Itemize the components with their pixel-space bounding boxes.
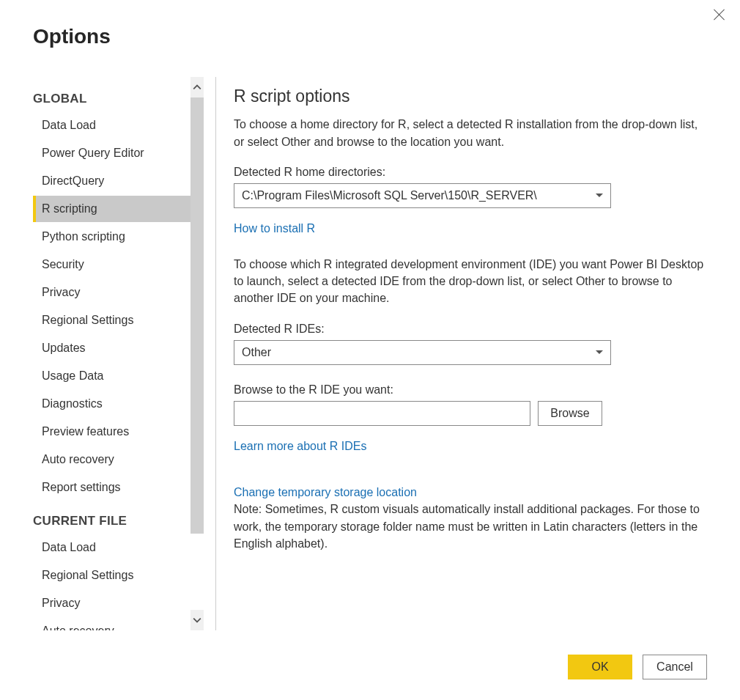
dialog-footer: OK Cancel: [568, 655, 707, 679]
sidebar-container: GLOBALData LoadPower Query EditorDirectQ…: [33, 77, 204, 630]
sidebar-item-auto-recovery[interactable]: Auto recovery: [33, 618, 190, 630]
browse-button[interactable]: Browse: [538, 401, 602, 426]
sidebar-item-auto-recovery[interactable]: Auto recovery: [33, 446, 190, 473]
sidebar-item-python-scripting[interactable]: Python scripting: [33, 224, 190, 250]
sidebar-item-usage-data[interactable]: Usage Data: [33, 363, 190, 389]
dialog-body: GLOBALData LoadPower Query EditorDirectQ…: [33, 77, 707, 630]
close-icon[interactable]: [712, 7, 727, 22]
intro-paragraph: To choose a home directory for R, select…: [234, 116, 707, 150]
chevron-down-icon: [193, 616, 201, 625]
sidebar: GLOBALData LoadPower Query EditorDirectQ…: [33, 77, 190, 630]
change-temp-storage-link[interactable]: Change temporary storage location: [234, 484, 417, 501]
sidebar-item-diagnostics[interactable]: Diagnostics: [33, 391, 190, 417]
install-r-link[interactable]: How to install R: [234, 220, 315, 237]
sidebar-item-updates[interactable]: Updates: [33, 335, 190, 361]
sidebar-item-r-scripting[interactable]: R scripting: [33, 196, 190, 222]
dialog-title: Options: [33, 25, 111, 48]
sidebar-item-data-load[interactable]: Data Load: [33, 112, 190, 139]
sidebar-item-preview-features[interactable]: Preview features: [33, 419, 190, 445]
sidebar-item-regional-settings[interactable]: Regional Settings: [33, 307, 190, 334]
chevron-down-icon: [596, 194, 603, 197]
sidebar-item-privacy[interactable]: Privacy: [33, 279, 190, 306]
scroll-up-button[interactable]: [190, 77, 204, 97]
ide-intro-paragraph: To choose which R integrated development…: [234, 256, 707, 307]
sidebar-item-report-settings[interactable]: Report settings: [33, 474, 190, 501]
chevron-up-icon: [193, 83, 201, 92]
sidebar-item-privacy[interactable]: Privacy: [33, 590, 190, 616]
home-dir-dropdown[interactable]: C:\Program Files\Microsoft SQL Server\15…: [234, 183, 611, 208]
learn-ides-link[interactable]: Learn more about R IDEs: [234, 438, 366, 454]
sidebar-item-security[interactable]: Security: [33, 251, 190, 278]
cancel-button[interactable]: Cancel: [643, 655, 707, 679]
temp-storage-note: Note: Sometimes, R custom visuals automa…: [234, 501, 707, 552]
browse-row: Browse: [234, 401, 707, 426]
vertical-divider: [215, 77, 216, 630]
content-pane: R script options To choose a home direct…: [234, 77, 707, 630]
ide-path-input[interactable]: [234, 401, 530, 426]
sidebar-section-header: CURRENT FILE: [33, 514, 190, 528]
scroll-down-button[interactable]: [190, 610, 204, 630]
content-heading: R script options: [234, 84, 707, 108]
sidebar-scrollbar[interactable]: [190, 77, 204, 630]
browse-label: Browse to the R IDE you want:: [234, 381, 707, 398]
options-dialog: Options GLOBALData LoadPower Query Edito…: [0, 0, 740, 700]
ide-label: Detected R IDEs:: [234, 320, 707, 337]
chevron-down-icon: [596, 350, 603, 354]
sidebar-item-power-query-editor[interactable]: Power Query Editor: [33, 140, 190, 166]
ide-value: Other: [242, 344, 596, 361]
sidebar-item-regional-settings[interactable]: Regional Settings: [33, 562, 190, 589]
sidebar-item-directquery[interactable]: DirectQuery: [33, 168, 190, 194]
sidebar-item-data-load[interactable]: Data Load: [33, 534, 190, 561]
home-dir-label: Detected R home directories:: [234, 163, 707, 180]
scroll-thumb[interactable]: [190, 97, 204, 534]
sidebar-section-header: GLOBAL: [33, 92, 190, 106]
ok-button[interactable]: OK: [568, 655, 632, 679]
home-dir-value: C:\Program Files\Microsoft SQL Server\15…: [242, 187, 596, 204]
ide-dropdown[interactable]: Other: [234, 340, 611, 365]
